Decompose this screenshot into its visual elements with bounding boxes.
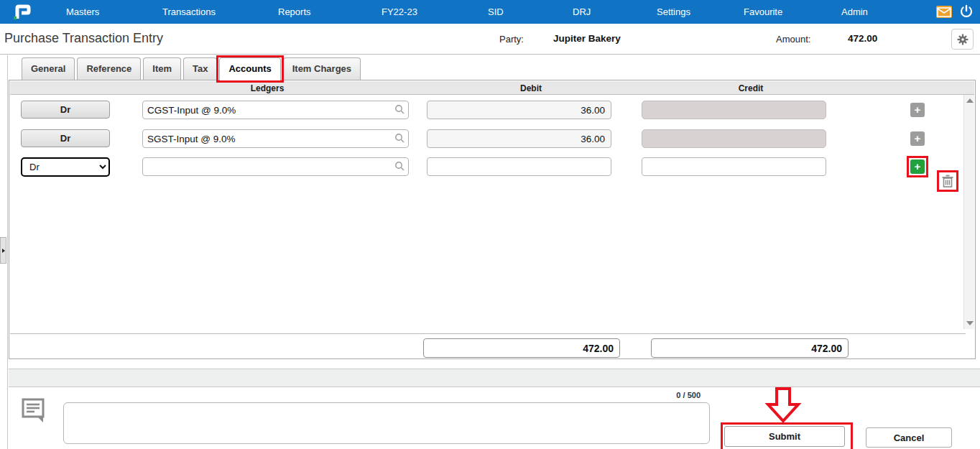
purchase-transaction-entry-screen: Masters Transactions Reports FY22-23 SID… [0, 0, 980, 449]
settings-gear-button[interactable] [951, 29, 974, 50]
left-panel-divider [7, 55, 8, 449]
nav-admin[interactable]: Admin [841, 6, 868, 17]
debit-input-row2[interactable] [427, 129, 611, 148]
sidebar-collapse-handle[interactable] [0, 237, 6, 264]
drcr-button-row1[interactable]: Dr [21, 101, 110, 119]
brand-logo-icon[interactable] [10, 2, 33, 25]
cancel-button[interactable]: Cancel [866, 427, 952, 448]
scroll-up-arrow-icon[interactable] [966, 98, 974, 103]
party-label: Party: [499, 34, 524, 45]
search-icon [394, 161, 405, 171]
accounts-grid-panel: Ledgers Debit Credit Dr + Dr + [9, 80, 976, 359]
nav-fiscal-year[interactable]: FY22-23 [382, 6, 417, 17]
ledger-input-row1[interactable] [142, 101, 409, 119]
annotation-arrow-icon [764, 387, 803, 426]
credit-input-row2-disabled [642, 129, 826, 148]
scroll-down-arrow-icon[interactable] [966, 321, 974, 325]
add-row-button-row2[interactable]: + [910, 131, 925, 146]
remarks-textarea[interactable] [63, 402, 710, 444]
tab-accounts-active[interactable]: Accounts [219, 57, 280, 81]
drcr-select-row3[interactable]: Dr [21, 157, 110, 177]
ledger-field-row2 [142, 129, 409, 148]
trash-icon [940, 174, 955, 188]
ledger-field-row3 [142, 157, 409, 176]
tab-item[interactable]: Item [143, 57, 181, 80]
tab-reference[interactable]: Reference [77, 57, 141, 80]
page-title: Purchase Transaction Entry [4, 31, 163, 46]
amount-value: 472.00 [848, 33, 877, 44]
tab-item-charges[interactable]: Item Charges [283, 57, 361, 80]
tab-general[interactable]: General [22, 57, 75, 80]
comment-icon [20, 397, 47, 428]
gear-icon [956, 33, 969, 46]
total-credit-field [651, 338, 849, 358]
power-icon[interactable] [959, 4, 974, 22]
credit-input-row3[interactable] [642, 157, 826, 176]
column-header-debit: Debit [520, 83, 542, 93]
add-row-button-row1[interactable]: + [910, 103, 925, 117]
nav-favourite[interactable]: Favourite [744, 6, 782, 17]
ledger-input-row3[interactable] [142, 157, 409, 176]
drcr-button-row2[interactable]: Dr [21, 129, 110, 147]
top-navbar: Masters Transactions Reports FY22-23 SID… [0, 0, 980, 24]
nav-masters[interactable]: Masters [66, 6, 99, 17]
search-icon [394, 104, 405, 114]
ledger-field-row1 [142, 101, 409, 119]
delete-row-button-highlighted[interactable] [940, 174, 955, 188]
mail-icon[interactable] [936, 6, 952, 18]
submit-button[interactable]: Submit [724, 426, 845, 447]
totals-divider [10, 333, 966, 334]
debit-input-row3[interactable] [427, 157, 611, 176]
grid-header: Ledgers Debit Credit [10, 81, 974, 95]
party-value: Jupiter Bakery [553, 33, 621, 44]
search-icon [394, 133, 405, 143]
debit-input-row1[interactable] [427, 101, 611, 119]
nav-settings[interactable]: Settings [657, 6, 690, 17]
column-header-ledgers: Ledgers [251, 83, 285, 93]
char-counter: 0 / 500 [649, 391, 701, 399]
nav-transactions[interactable]: Transactions [162, 6, 216, 17]
credit-input-row1-disabled [642, 101, 826, 119]
total-debit-field [423, 338, 620, 358]
add-row-button-row3-highlighted[interactable]: + [910, 159, 925, 174]
column-header-credit: Credit [739, 83, 764, 93]
tab-tax[interactable]: Tax [183, 57, 217, 80]
nav-drj[interactable]: DRJ [573, 6, 591, 17]
ledger-input-row2[interactable] [142, 129, 409, 148]
nav-reports[interactable]: Reports [278, 6, 311, 17]
tab-strip: General Reference Item Tax Accounts Item… [22, 57, 361, 80]
nav-sid[interactable]: SID [488, 6, 504, 17]
page-header: Purchase Transaction Entry Party: Jupite… [0, 24, 980, 55]
grid-vertical-scrollbar[interactable] [963, 95, 974, 329]
footer-separator-band [9, 369, 980, 387]
amount-label: Amount: [776, 34, 810, 45]
